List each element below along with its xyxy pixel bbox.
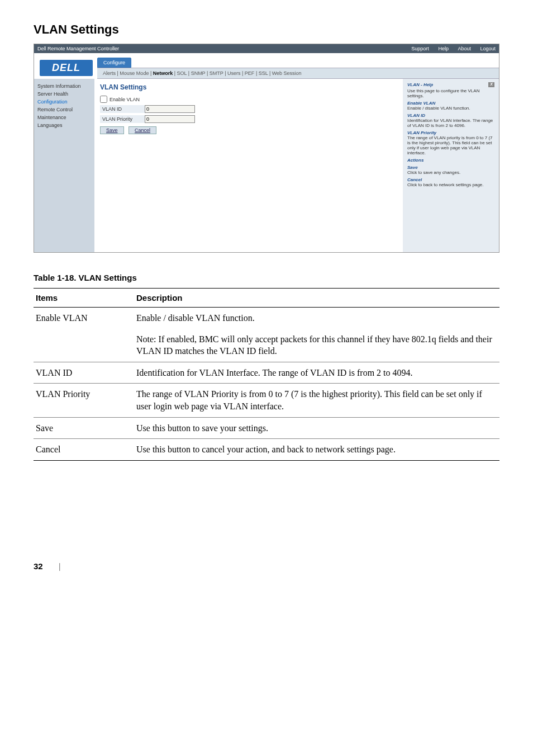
help-intro: Use this page to configure the VLAN sett… bbox=[407, 88, 494, 98]
subtab-network[interactable]: Network bbox=[153, 70, 173, 76]
help-vlan-id: VLAN ID Identification for VLAN interfac… bbox=[407, 113, 494, 128]
cell-item: VLAN Priority bbox=[34, 384, 134, 417]
vlan-settings-table: Items Description Enable VLAN Enable / d… bbox=[34, 288, 499, 461]
page-number: 32 bbox=[34, 561, 43, 571]
row-enable-vlan: Enable VLAN bbox=[100, 96, 397, 103]
cell-desc: Identification for VLAN Interface. The r… bbox=[134, 362, 499, 384]
sidebar-item-configuration[interactable]: Configuration bbox=[37, 99, 91, 105]
sidebar-item-server-health[interactable]: Server Health bbox=[37, 91, 91, 97]
help-title-row: VLAN - Help X bbox=[407, 82, 494, 87]
help-t: Identification for VLAN interface. The r… bbox=[407, 118, 494, 128]
vlan-priority-label: VLAN Priority bbox=[100, 115, 145, 123]
table-row: Cancel Use this button to cancel your ac… bbox=[34, 439, 499, 461]
dell-logo: DELL bbox=[40, 60, 93, 76]
help-cancel: Cancel Click to back to network settings… bbox=[407, 177, 494, 187]
vlan-priority-input[interactable] bbox=[145, 115, 195, 123]
subtab-mouse-mode[interactable]: Mouse Mode bbox=[120, 70, 149, 76]
main-pane: VLAN Settings Enable VLAN VLAN ID VLAN P… bbox=[94, 79, 403, 252]
table-row: VLAN ID Identification for VLAN Interfac… bbox=[34, 362, 499, 384]
help-h: VLAN Priority bbox=[407, 130, 494, 135]
sidebar-item-languages[interactable]: Languages bbox=[37, 122, 91, 128]
cell-desc: Enable / disable VLAN function. bbox=[134, 308, 499, 329]
titlebar-right: Support Help About Logout bbox=[403, 46, 496, 51]
cell-item bbox=[34, 329, 134, 362]
help-t: The range of VLAN priority is from 0 to … bbox=[407, 135, 494, 155]
button-row: Save Cancel bbox=[100, 126, 397, 134]
sidebar-item-maintenance[interactable]: Maintenance bbox=[37, 115, 91, 120]
cell-desc: Use this button to cancel your action, a… bbox=[134, 439, 499, 461]
subtab-users[interactable]: Users bbox=[227, 70, 241, 76]
subtab-smtp[interactable]: SMTP bbox=[210, 70, 223, 76]
window-titlebar: Dell Remote Management Controller Suppor… bbox=[34, 44, 499, 53]
help-vlan-priority: VLAN Priority The range of VLAN priority… bbox=[407, 130, 494, 155]
enable-vlan-checkbox[interactable] bbox=[100, 96, 107, 103]
section-title: VLAN Settings bbox=[34, 22, 499, 37]
cell-desc: The range of VLAN Priority is from 0 to … bbox=[134, 384, 499, 417]
subtab-alerts[interactable]: Alerts bbox=[103, 70, 116, 76]
subtab-pef[interactable]: PEF bbox=[245, 70, 255, 76]
help-t: Click to back to network settings page. bbox=[407, 182, 494, 187]
page-number-row: 32 | bbox=[34, 561, 499, 571]
enable-vlan-label: Enable VLAN bbox=[110, 97, 140, 102]
cell-item: Save bbox=[34, 417, 134, 439]
row-vlan-priority: VLAN Priority bbox=[100, 115, 397, 123]
link-logout[interactable]: Logout bbox=[480, 46, 496, 51]
link-help[interactable]: Help bbox=[438, 46, 449, 51]
table-row: Enable VLAN Enable / disable VLAN functi… bbox=[34, 308, 499, 329]
help-save: Save Click to save any changes. bbox=[407, 165, 494, 175]
row-vlan-id: VLAN ID bbox=[100, 105, 397, 113]
help-h: Actions bbox=[407, 158, 494, 163]
cell-item: Cancel bbox=[34, 439, 134, 461]
subtab-web-session[interactable]: Web Session bbox=[272, 70, 302, 76]
cell-desc: Note: If enabled, BMC will only accept p… bbox=[134, 329, 499, 362]
help-h: Cancel bbox=[407, 177, 494, 182]
sidebar-item-system-information[interactable]: System Information bbox=[37, 83, 91, 89]
tab-configure[interactable]: Configure bbox=[97, 58, 131, 68]
table-caption: Table 1-18. VLAN Settings bbox=[34, 273, 499, 282]
col-items: Items bbox=[34, 289, 134, 308]
vlan-id-input[interactable] bbox=[145, 105, 195, 113]
help-h: Save bbox=[407, 165, 494, 170]
link-about[interactable]: About bbox=[458, 46, 471, 51]
vlan-id-label: VLAN ID bbox=[100, 105, 145, 113]
cancel-button[interactable]: Cancel bbox=[129, 126, 156, 134]
help-h: VLAN ID bbox=[407, 113, 494, 118]
help-pane: VLAN - Help X Use this page to configure… bbox=[403, 79, 499, 252]
save-button[interactable]: Save bbox=[100, 126, 124, 134]
screenshot-vlan-settings: Dell Remote Management Controller Suppor… bbox=[34, 44, 499, 253]
cell-item: Enable VLAN bbox=[34, 308, 134, 329]
help-enable-vlan: Enable VLAN Enable / disable VLAN functi… bbox=[407, 101, 494, 111]
col-description: Description bbox=[134, 289, 499, 308]
sidebar: System Information Server Health Configu… bbox=[34, 79, 94, 252]
pane-title: VLAN Settings bbox=[100, 83, 397, 91]
cell-item: VLAN ID bbox=[34, 362, 134, 384]
link-support[interactable]: Support bbox=[411, 46, 429, 51]
subtab-ssl[interactable]: SSL bbox=[259, 70, 268, 76]
sidebar-item-remote-control[interactable]: Remote Control bbox=[37, 107, 91, 112]
table-row: Save Use this button to save your settin… bbox=[34, 417, 499, 439]
tabs-row: Configure bbox=[97, 56, 499, 68]
body-row: System Information Server Health Configu… bbox=[34, 79, 499, 252]
help-t: Enable / disable VLAN function. bbox=[407, 106, 494, 111]
titlebar-left: Dell Remote Management Controller bbox=[37, 46, 119, 51]
cell-desc: Use this button to save your settings. bbox=[134, 417, 499, 439]
help-actions: Actions bbox=[407, 158, 494, 163]
banner-row: DELL Configure Alerts | Mouse Mode | Net… bbox=[34, 53, 499, 79]
page-divider: | bbox=[59, 561, 61, 571]
table-row: VLAN Priority The range of VLAN Priority… bbox=[34, 384, 499, 417]
subtabs: Alerts | Mouse Mode | Network | SOL | SN… bbox=[97, 68, 499, 79]
close-icon[interactable]: X bbox=[488, 82, 494, 87]
subtab-snmp[interactable]: SNMP bbox=[191, 70, 206, 76]
help-t: Click to save any changes. bbox=[407, 170, 494, 175]
subtab-sol[interactable]: SOL bbox=[177, 70, 187, 76]
table-row: Note: If enabled, BMC will only accept p… bbox=[34, 329, 499, 362]
help-h: Enable VLAN bbox=[407, 101, 494, 106]
help-title: VLAN - Help bbox=[407, 82, 433, 87]
